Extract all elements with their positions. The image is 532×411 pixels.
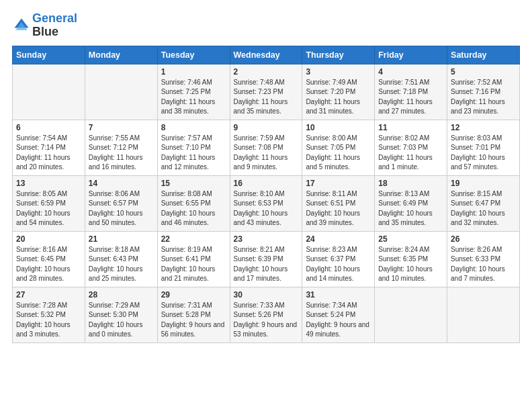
day-cell: 2Sunrise: 7:48 AMSunset: 7:23 PMDaylight… (230, 64, 302, 120)
day-cell: 19Sunrise: 8:15 AMSunset: 6:47 PMDayligh… (447, 175, 520, 231)
day-cell: 4Sunrise: 7:51 AMSunset: 7:18 PMDaylight… (375, 64, 447, 120)
day-number: 29 (161, 290, 226, 300)
day-info: Sunrise: 7:59 AMSunset: 7:08 PMDaylight:… (234, 134, 299, 173)
logo-icon (12, 16, 31, 35)
day-info: Sunrise: 7:28 AMSunset: 5:32 PMDaylight:… (16, 301, 81, 340)
day-number: 5 (451, 67, 516, 77)
day-header-wednesday: Wednesday (230, 46, 302, 64)
day-cell: 7Sunrise: 7:55 AMSunset: 7:12 PMDaylight… (85, 120, 157, 175)
day-cell: 16Sunrise: 8:10 AMSunset: 6:53 PMDayligh… (230, 175, 302, 231)
day-info: Sunrise: 7:29 AMSunset: 5:30 PMDaylight:… (89, 301, 154, 340)
day-info: Sunrise: 8:23 AMSunset: 6:37 PMDaylight:… (306, 245, 371, 284)
day-number: 10 (306, 123, 371, 132)
day-info: Sunrise: 7:31 AMSunset: 5:28 PMDaylight:… (161, 301, 226, 340)
day-info: Sunrise: 7:52 AMSunset: 7:16 PMDaylight:… (451, 78, 516, 117)
day-cell: 26Sunrise: 8:26 AMSunset: 6:33 PMDayligh… (447, 231, 520, 287)
day-info: Sunrise: 8:10 AMSunset: 6:53 PMDaylight:… (234, 189, 299, 228)
week-row-2: 6Sunrise: 7:54 AMSunset: 7:14 PMDaylight… (13, 120, 520, 175)
day-info: Sunrise: 8:26 AMSunset: 6:33 PMDaylight:… (451, 245, 516, 284)
day-cell: 1Sunrise: 7:46 AMSunset: 7:25 PMDaylight… (157, 64, 230, 120)
day-cell: 23Sunrise: 8:21 AMSunset: 6:39 PMDayligh… (230, 231, 302, 287)
day-number: 16 (234, 179, 299, 188)
day-cell: 27Sunrise: 7:28 AMSunset: 5:32 PMDayligh… (13, 287, 85, 342)
day-header-tuesday: Tuesday (157, 46, 230, 64)
day-cell: 30Sunrise: 7:33 AMSunset: 5:26 PMDayligh… (230, 287, 302, 342)
day-cell: 10Sunrise: 8:00 AMSunset: 7:05 PMDayligh… (302, 120, 375, 175)
day-number: 19 (451, 179, 516, 188)
day-header-monday: Monday (85, 46, 157, 64)
day-cell: 24Sunrise: 8:23 AMSunset: 6:37 PMDayligh… (302, 231, 375, 287)
day-cell: 29Sunrise: 7:31 AMSunset: 5:28 PMDayligh… (157, 287, 230, 342)
day-number: 31 (306, 290, 371, 300)
day-info: Sunrise: 8:19 AMSunset: 6:41 PMDaylight:… (161, 245, 226, 284)
day-number: 27 (16, 290, 81, 300)
day-number: 3 (306, 67, 371, 77)
day-cell: 3Sunrise: 7:49 AMSunset: 7:20 PMDaylight… (302, 64, 375, 120)
day-number: 15 (161, 179, 226, 188)
day-cell: 5Sunrise: 7:52 AMSunset: 7:16 PMDaylight… (447, 64, 520, 120)
day-number: 22 (161, 234, 226, 244)
day-cell (85, 64, 157, 120)
day-info: Sunrise: 8:24 AMSunset: 6:35 PMDaylight:… (378, 245, 443, 284)
day-number: 18 (378, 179, 443, 188)
logo: General Blue (12, 12, 77, 39)
day-info: Sunrise: 8:15 AMSunset: 6:47 PMDaylight:… (451, 189, 516, 228)
day-cell: 11Sunrise: 8:02 AMSunset: 7:03 PMDayligh… (375, 120, 447, 175)
day-number: 1 (161, 67, 226, 77)
day-cell: 8Sunrise: 7:57 AMSunset: 7:10 PMDaylight… (157, 120, 230, 175)
day-cell: 20Sunrise: 8:16 AMSunset: 6:45 PMDayligh… (13, 231, 85, 287)
day-header-saturday: Saturday (447, 46, 520, 64)
day-cell: 22Sunrise: 8:19 AMSunset: 6:41 PMDayligh… (157, 231, 230, 287)
day-number: 14 (89, 179, 154, 188)
day-number: 21 (89, 234, 154, 244)
logo-text: General Blue (32, 12, 77, 39)
day-cell: 18Sunrise: 8:13 AMSunset: 6:49 PMDayligh… (375, 175, 447, 231)
day-cell: 28Sunrise: 7:29 AMSunset: 5:30 PMDayligh… (85, 287, 157, 342)
header: General Blue (12, 12, 520, 39)
day-cell: 14Sunrise: 8:06 AMSunset: 6:57 PMDayligh… (85, 175, 157, 231)
day-header-sunday: Sunday (13, 46, 85, 64)
day-number: 4 (378, 67, 443, 77)
day-cell (447, 287, 520, 342)
day-info: Sunrise: 8:11 AMSunset: 6:51 PMDaylight:… (306, 189, 371, 228)
day-number: 26 (451, 234, 516, 244)
day-info: Sunrise: 7:51 AMSunset: 7:18 PMDaylight:… (378, 78, 443, 117)
day-number: 7 (89, 123, 154, 132)
day-cell: 17Sunrise: 8:11 AMSunset: 6:51 PMDayligh… (302, 175, 375, 231)
day-number: 17 (306, 179, 371, 188)
day-cell: 13Sunrise: 8:05 AMSunset: 6:59 PMDayligh… (13, 175, 85, 231)
page: General Blue SundayMondayTuesdayWednesda… (0, 0, 532, 355)
day-info: Sunrise: 7:55 AMSunset: 7:12 PMDaylight:… (89, 134, 154, 173)
day-info: Sunrise: 8:16 AMSunset: 6:45 PMDaylight:… (16, 245, 81, 284)
day-number: 11 (378, 123, 443, 132)
day-info: Sunrise: 8:00 AMSunset: 7:05 PMDaylight:… (306, 134, 371, 173)
day-info: Sunrise: 8:21 AMSunset: 6:39 PMDaylight:… (234, 245, 299, 284)
day-number: 28 (89, 290, 154, 300)
week-row-5: 27Sunrise: 7:28 AMSunset: 5:32 PMDayligh… (13, 287, 520, 342)
header-row: SundayMondayTuesdayWednesdayThursdayFrid… (13, 46, 520, 64)
day-cell: 25Sunrise: 8:24 AMSunset: 6:35 PMDayligh… (375, 231, 447, 287)
day-info: Sunrise: 7:57 AMSunset: 7:10 PMDaylight:… (161, 134, 226, 173)
day-cell (13, 64, 85, 120)
day-header-friday: Friday (375, 46, 447, 64)
day-info: Sunrise: 7:54 AMSunset: 7:14 PMDaylight:… (16, 134, 81, 173)
day-info: Sunrise: 8:08 AMSunset: 6:55 PMDaylight:… (161, 189, 226, 228)
day-info: Sunrise: 8:13 AMSunset: 6:49 PMDaylight:… (378, 189, 443, 228)
day-number: 13 (16, 179, 81, 188)
day-info: Sunrise: 8:06 AMSunset: 6:57 PMDaylight:… (89, 189, 154, 228)
day-number: 12 (451, 123, 516, 132)
day-number: 20 (16, 234, 81, 244)
day-number: 25 (378, 234, 443, 244)
day-number: 30 (234, 290, 299, 300)
day-cell (375, 287, 447, 342)
day-cell: 21Sunrise: 8:18 AMSunset: 6:43 PMDayligh… (85, 231, 157, 287)
day-cell: 9Sunrise: 7:59 AMSunset: 7:08 PMDaylight… (230, 120, 302, 175)
day-number: 8 (161, 123, 226, 132)
week-row-3: 13Sunrise: 8:05 AMSunset: 6:59 PMDayligh… (13, 175, 520, 231)
day-info: Sunrise: 7:48 AMSunset: 7:23 PMDaylight:… (234, 78, 299, 117)
day-info: Sunrise: 7:46 AMSunset: 7:25 PMDaylight:… (161, 78, 226, 117)
day-info: Sunrise: 8:02 AMSunset: 7:03 PMDaylight:… (378, 134, 443, 173)
calendar-table: SundayMondayTuesdayWednesdayThursdayFrid… (12, 46, 520, 343)
day-number: 2 (234, 67, 299, 77)
week-row-4: 20Sunrise: 8:16 AMSunset: 6:45 PMDayligh… (13, 231, 520, 287)
